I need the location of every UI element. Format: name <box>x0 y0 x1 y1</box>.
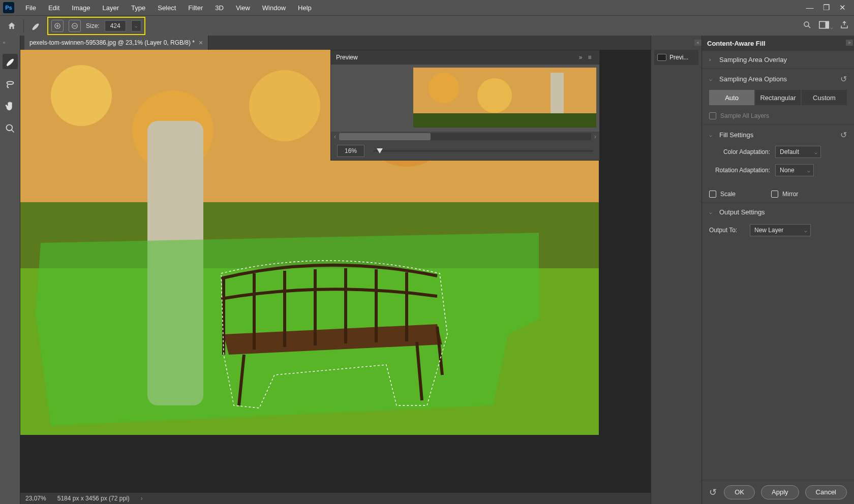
color-adaptation-select[interactable]: Default <box>775 146 821 158</box>
workspace-switcher-icon[interactable]: ⌵ <box>819 21 833 30</box>
canvas-area: pexels-tom-swinnen-595386.jpg @ 23,1% (L… <box>20 36 651 504</box>
document-tab-title: pexels-tom-swinnen-595386.jpg @ 23,1% (L… <box>29 39 195 46</box>
menu-type[interactable]: Type <box>125 1 151 15</box>
sampling-overlay-label: Sampling Area Overlay <box>719 56 787 64</box>
menu-edit[interactable]: Edit <box>42 1 66 15</box>
mirror-checkbox[interactable] <box>771 191 778 198</box>
document-tab[interactable]: pexels-tom-swinnen-595386.jpg @ 23,1% (L… <box>24 36 208 50</box>
dock-preview-tab[interactable]: Previ... <box>654 50 698 65</box>
zoom-slider-knob[interactable] <box>377 148 383 153</box>
properties-footer: ↺ OK Apply Cancel <box>702 480 854 504</box>
preview-image <box>413 68 596 128</box>
scroll-track[interactable] <box>339 133 591 140</box>
sampling-options-header[interactable]: ⌵ Sampling Area Options ↺ <box>709 74 847 84</box>
subtract-from-sample-button[interactable] <box>69 20 81 32</box>
svg-point-27 <box>477 78 512 113</box>
expand-props-dock-icon[interactable]: » <box>846 40 853 46</box>
svg-rect-4 <box>826 21 829 28</box>
output-settings-header[interactable]: ⌵ Output Settings <box>709 208 847 216</box>
window-close-icon[interactable]: ✕ <box>838 3 847 12</box>
tool-sampling-brush[interactable] <box>3 54 18 69</box>
section-fill-settings: ⌵ Fill Settings ↺ Color Adaptation: Defa… <box>702 125 854 203</box>
size-dropdown-button[interactable]: ⌵ <box>131 20 141 32</box>
apply-button[interactable]: Apply <box>761 485 799 499</box>
svg-point-9 <box>249 70 320 141</box>
svg-point-7 <box>51 65 112 126</box>
tool-hand[interactable] <box>3 99 18 114</box>
window-minimize-icon[interactable]: — <box>805 3 814 12</box>
menu-image[interactable]: Image <box>66 1 96 15</box>
menu-file[interactable]: File <box>19 1 42 15</box>
output-to-label: Output To: <box>709 227 745 234</box>
menu-select[interactable]: Select <box>151 1 182 15</box>
menu-layer[interactable]: Layer <box>97 1 126 15</box>
preview-collapse-icon[interactable]: » <box>576 54 585 61</box>
rotation-adaptation-select[interactable]: None <box>775 164 814 176</box>
sampling-brush-icon[interactable] <box>29 19 42 33</box>
preview-scrollbar[interactable]: ‹ › <box>331 132 599 142</box>
sample-all-layers-row[interactable]: Sample All Layers <box>709 112 847 119</box>
app-logo: Ps <box>3 2 14 13</box>
svg-rect-29 <box>413 113 596 128</box>
fill-settings-label: Fill Settings <box>719 131 753 139</box>
menu-3d[interactable]: 3D <box>209 1 230 15</box>
close-tab-icon[interactable]: × <box>199 39 203 47</box>
preview-header[interactable]: Preview » ≡ <box>331 50 599 65</box>
sampling-rectangular-button[interactable]: Rectangular <box>755 90 801 105</box>
expand-toolbar-icon[interactable]: » <box>1 40 8 46</box>
menu-view[interactable]: View <box>230 1 256 15</box>
scale-row[interactable]: Scale <box>709 191 736 198</box>
sampling-custom-button[interactable]: Custom <box>802 90 847 105</box>
svg-point-26 <box>429 73 459 103</box>
tool-lasso[interactable] <box>3 76 18 91</box>
scroll-left-icon[interactable]: ‹ <box>334 133 336 140</box>
ok-button[interactable]: OK <box>724 485 755 499</box>
sampling-mode-segmented: Auto Rectangular Custom <box>709 90 847 105</box>
scroll-thumb[interactable] <box>339 133 431 140</box>
properties-panel: Content-Aware Fill › Sampling Area Overl… <box>702 36 854 504</box>
mirror-label: Mirror <box>782 191 798 198</box>
reset-fill-icon[interactable]: ↺ <box>840 130 847 140</box>
fill-settings-header[interactable]: ⌵ Fill Settings ↺ <box>709 130 847 140</box>
output-to-select[interactable]: New Layer <box>750 224 811 236</box>
reset-sampling-icon[interactable]: ↺ <box>840 74 847 84</box>
sample-all-layers-checkbox[interactable] <box>709 112 716 119</box>
share-icon[interactable] <box>840 20 849 31</box>
cancel-button[interactable]: Cancel <box>805 485 847 499</box>
sample-all-layers-label: Sample All Layers <box>720 112 769 119</box>
tool-strip <box>0 36 20 504</box>
scale-label: Scale <box>720 191 736 198</box>
preview-zoom-slider[interactable] <box>374 150 593 152</box>
home-button[interactable] <box>5 19 18 33</box>
preview-viewport[interactable] <box>331 65 599 132</box>
menu-filter[interactable]: Filter <box>182 1 209 15</box>
status-more-icon[interactable]: › <box>141 495 143 502</box>
reset-all-icon[interactable]: ↺ <box>709 487 717 498</box>
preview-panel[interactable]: Preview » ≡ ‹ › <box>330 50 600 161</box>
section-sampling-options: ⌵ Sampling Area Options ↺ Auto Rectangul… <box>702 69 854 125</box>
status-bar: 23,07% 5184 px x 3456 px (72 ppi) › <box>20 493 651 504</box>
rotation-adaptation-label: Rotation Adaptation: <box>709 167 770 174</box>
preview-zoom-value[interactable]: 16% <box>337 145 364 157</box>
size-label: Size: <box>86 22 100 29</box>
scroll-right-icon[interactable]: › <box>594 133 596 140</box>
menu-window[interactable]: Window <box>256 1 292 15</box>
size-input[interactable] <box>105 20 126 32</box>
search-icon[interactable] <box>803 20 812 31</box>
preview-title: Preview <box>336 54 358 61</box>
sampling-overlay-header[interactable]: › Sampling Area Overlay <box>709 56 847 64</box>
add-to-sample-button[interactable] <box>51 20 64 32</box>
brush-size-group: Size: ⌵ <box>47 17 145 35</box>
preview-menu-icon[interactable]: ≡ <box>585 54 594 61</box>
collapse-dock-icon[interactable]: « <box>694 40 702 46</box>
mirror-row[interactable]: Mirror <box>771 191 798 198</box>
window-restore-icon[interactable]: ❐ <box>821 3 831 12</box>
sampling-auto-button[interactable]: Auto <box>709 90 754 105</box>
collapsed-dock: Previ... <box>651 36 702 504</box>
svg-point-2 <box>804 22 809 26</box>
chevron-down-icon: ⌵ <box>709 132 715 138</box>
tool-zoom[interactable] <box>3 121 18 136</box>
scale-checkbox[interactable] <box>709 191 716 198</box>
menu-help[interactable]: Help <box>292 1 318 15</box>
sampling-options-label: Sampling Area Options <box>719 75 787 83</box>
